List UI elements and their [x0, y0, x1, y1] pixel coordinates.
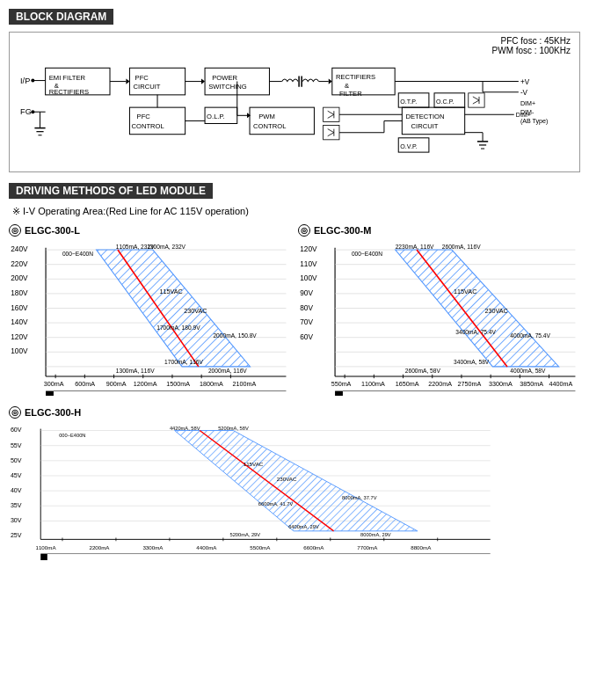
svg-text:PFC: PFC [137, 113, 151, 120]
svg-text:6400mA, 29V: 6400mA, 29V [288, 524, 319, 529]
svg-text:230VAC: 230VAC [184, 307, 207, 315]
svg-text:1300mA, 116V: 1300mA, 116V [116, 368, 155, 374]
chart-l-svg: 240V 220V 200V 180V 160V 140V 120V 100V [9, 240, 291, 396]
svg-text:DIM+: DIM+ [520, 100, 535, 107]
svg-text:2600mA, 58V: 2600mA, 58V [405, 368, 441, 374]
operating-note: ※ I-V Operating Area:(Red Line for AC 11… [12, 206, 580, 217]
svg-text:CONTROL: CONTROL [253, 122, 286, 130]
svg-rect-58 [324, 107, 339, 121]
svg-rect-50 [129, 107, 185, 135]
svg-text:2100mA: 2100mA [233, 380, 257, 388]
svg-text:(AB Type): (AB Type) [520, 118, 549, 125]
svg-line-60 [328, 114, 334, 118]
svg-text:4400mA: 4400mA [549, 380, 573, 388]
svg-text:SWITCHING: SWITCHING [208, 83, 247, 91]
driving-methods-section: DRIVING METHODS OF LED MODULE ※ I-V Oper… [9, 183, 580, 562]
svg-text:5500mA: 5500mA [250, 544, 271, 551]
svg-marker-28 [329, 79, 332, 84]
block-diagram-svg: I/P FG EMI FILTER & RECTIFIERS PFC CIRCU [17, 40, 572, 163]
chart-l-circle: ◎ [9, 224, 21, 237]
svg-text:O.V.P.: O.V.P. [400, 143, 417, 150]
svg-text:2600mA, 116V: 2600mA, 116V [442, 244, 481, 250]
svg-text:+V: +V [520, 78, 530, 86]
svg-text:55V: 55V [11, 442, 22, 449]
svg-text:240V: 240V [11, 244, 28, 253]
svg-text:&: & [345, 82, 349, 90]
svg-text:RECTIFIERS: RECTIFIERS [49, 88, 89, 96]
chart-m-label: ELGC-300-M [314, 225, 371, 236]
svg-text:3400mA, 75.4V: 3400mA, 75.4V [455, 329, 496, 335]
pfc-info: PFC fosc : 45KHzPWM fosc : 100KHz [492, 36, 571, 55]
block-diagram-area: PFC fosc : 45KHzPWM fosc : 100KHz I/P FG… [9, 32, 580, 172]
svg-text:8000mA, 37.7V: 8000mA, 37.7V [342, 495, 377, 500]
svg-text:100V: 100V [11, 346, 28, 355]
svg-text:70V: 70V [300, 317, 313, 326]
chart-elgc-300-l: ◎ ELGC-300-L 240V 220V 200V 180V 160V 14… [9, 224, 291, 397]
svg-text:RECTIFIERS: RECTIFIERS [336, 73, 375, 81]
svg-text:CIRCUIT: CIRCUIT [134, 83, 161, 91]
svg-text:6600mA: 6600mA [303, 544, 324, 551]
svg-text:230VAC: 230VAC [277, 476, 297, 482]
chart-elgc-300-h: ◎ ELGC-300-H 60V 55V 50V 45V 40V 35V 30V… [9, 406, 580, 562]
svg-text:-V: -V [520, 89, 528, 97]
svg-text:8800mA: 8800mA [411, 544, 432, 551]
svg-text:2200mA: 2200mA [89, 544, 110, 551]
svg-text:O.C.P.: O.C.P. [436, 98, 454, 106]
chart-h-title: ◎ ELGC-300-H [9, 406, 580, 419]
chart-l-title: ◎ ELGC-300-L [9, 224, 291, 237]
svg-text:1100mA: 1100mA [361, 380, 385, 388]
svg-text:2750mA: 2750mA [458, 380, 482, 388]
svg-text:120V: 120V [11, 332, 28, 341]
svg-marker-20 [201, 79, 205, 84]
svg-line-47 [473, 97, 479, 100]
svg-text:110V: 110V [300, 259, 317, 268]
svg-text:35V: 35V [11, 502, 22, 509]
svg-text:4420mA, 58V: 4420mA, 58V [170, 426, 200, 431]
svg-rect-55 [250, 107, 314, 135]
svg-text:120V: 120V [300, 244, 317, 253]
svg-text:DIM+: DIM+ [516, 112, 531, 119]
svg-point-2 [31, 79, 34, 83]
svg-line-59 [328, 111, 334, 114]
svg-text:FG: FG [20, 107, 32, 116]
block-diagram-section: BLOCK DIAGRAM PFC fosc : 45KHzPWM fosc :… [9, 9, 580, 172]
svg-text:220V: 220V [11, 259, 28, 268]
svg-text:2000mA, 150.8V: 2000mA, 150.8V [213, 332, 257, 339]
svg-text:25V: 25V [11, 533, 22, 540]
svg-text:4000mA, 58V: 4000mA, 58V [510, 368, 546, 374]
svg-text:2000mA, 116V: 2000mA, 116V [208, 368, 247, 374]
svg-point-5 [31, 110, 34, 113]
block-diagram-title-row: BLOCK DIAGRAM [9, 9, 580, 25]
svg-text:3850mA: 3850mA [520, 380, 543, 388]
chart-l-label: ELGC-300-L [25, 225, 80, 236]
svg-rect-16 [129, 68, 185, 95]
svg-text:8000mA, 29V: 8000mA, 29V [360, 532, 391, 537]
svg-text:3400mA, 58V: 3400mA, 58V [454, 359, 490, 365]
svg-line-64 [328, 133, 334, 136]
chart-h-label: ELGC-300-H [25, 407, 81, 418]
svg-rect-232 [40, 554, 47, 561]
svg-text:2200mA: 2200mA [428, 380, 452, 388]
svg-text:5200mA, 58V: 5200mA, 58V [218, 426, 249, 431]
svg-text:O.L.P.: O.L.P. [207, 113, 225, 120]
chart-h-svg: 60V 55V 50V 45V 40V 35V 30V 25V 1100mA 2… [9, 422, 495, 560]
svg-text:1700mA, 180.9V: 1700mA, 180.9V [156, 324, 200, 331]
chart-h-circle: ◎ [9, 406, 21, 419]
svg-text:60V: 60V [300, 332, 313, 341]
svg-text:DETECTION: DETECTION [405, 113, 444, 120]
svg-text:1700mA, 116V: 1700mA, 116V [164, 359, 203, 365]
svg-text:90V: 90V [300, 288, 313, 297]
svg-text:180V: 180V [11, 288, 28, 297]
svg-text:4000mA, 75.4V: 4000mA, 75.4V [510, 332, 550, 339]
svg-text:2230mA, 116V: 2230mA, 116V [396, 244, 434, 250]
svg-text:I/P: I/P [20, 77, 30, 85]
svg-text:1500mA: 1500mA [166, 380, 190, 388]
svg-text:115VAC: 115VAC [454, 288, 476, 295]
chart-elgc-300-m: ◎ ELGC-300-M 120V 110V 100V 90V 80V 70V … [298, 224, 580, 397]
svg-text:000~E400N: 000~E400N [59, 433, 85, 438]
svg-text:40V: 40V [11, 487, 22, 494]
svg-text:160V: 160V [11, 303, 28, 312]
svg-text:O.T.P.: O.T.P. [400, 98, 417, 106]
svg-text:50V: 50V [11, 457, 22, 464]
svg-rect-46 [469, 93, 484, 107]
